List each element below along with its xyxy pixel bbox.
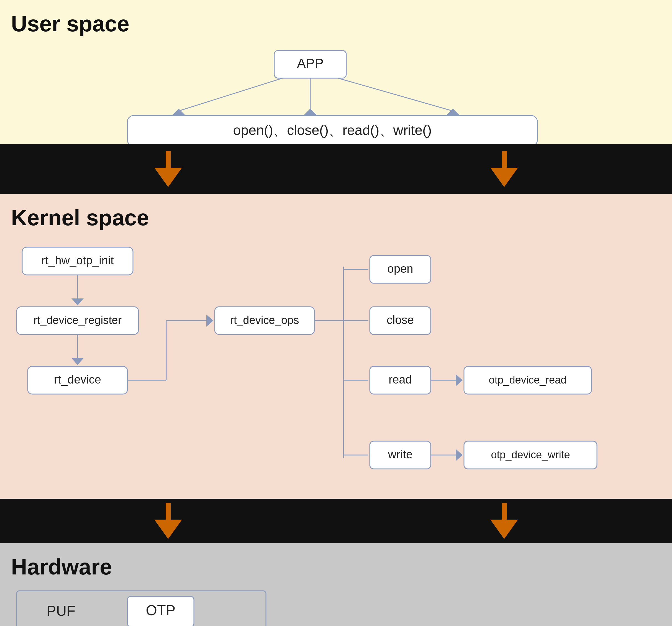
svg-text:rt_device_register: rt_device_register (33, 314, 122, 326)
svg-text:open: open (387, 262, 413, 275)
user-space-section: User space APP open()、close()、read()、wri… (0, 0, 672, 144)
svg-marker-38 (456, 374, 462, 386)
svg-text:write: write (388, 448, 413, 461)
svg-marker-17 (71, 358, 83, 365)
svg-marker-7 (303, 109, 317, 116)
kernel-space-diagram: rt_hw_otp_init rt_device_register rt_dev… (11, 239, 661, 505)
svg-text:open()、close()、read()、write(): open()、close()、read()、write() (233, 122, 432, 138)
svg-text:APP: APP (297, 56, 323, 71)
svg-marker-45 (456, 449, 462, 461)
user-space-title: User space (11, 11, 661, 37)
svg-line-3 (338, 78, 454, 111)
svg-marker-13 (71, 298, 83, 305)
right-arrow-bottom (490, 503, 518, 539)
hardware-title: Hardware (11, 554, 661, 580)
svg-text:otp_device_write: otp_device_write (491, 449, 570, 461)
svg-text:PUF: PUF (47, 603, 75, 619)
svg-text:rt_device_ops: rt_device_ops (230, 314, 299, 326)
right-arrow-top (490, 151, 518, 187)
svg-text:otp_device_read: otp_device_read (489, 374, 567, 386)
svg-text:rt_hw_otp_init: rt_hw_otp_init (41, 254, 114, 267)
divider-bottom (0, 499, 672, 543)
svg-text:read: read (389, 373, 412, 386)
kernel-space-title: Kernel space (11, 205, 661, 231)
user-space-diagram: APP open()、close()、read()、write() (11, 45, 661, 156)
svg-text:OTP: OTP (146, 602, 176, 618)
left-arrow-top (154, 151, 182, 187)
hardware-section: Hardware PUF OTP (0, 543, 672, 626)
divider-top (0, 144, 672, 194)
hardware-diagram: PUF OTP (11, 588, 343, 626)
svg-text:close: close (387, 314, 414, 326)
svg-text:rt_device: rt_device (54, 373, 101, 386)
kernel-space-section: Kernel space rt_hw_otp_init rt_device_re… (0, 194, 672, 499)
left-arrow-bottom (154, 503, 182, 539)
svg-marker-23 (206, 315, 213, 327)
svg-line-2 (177, 78, 283, 111)
